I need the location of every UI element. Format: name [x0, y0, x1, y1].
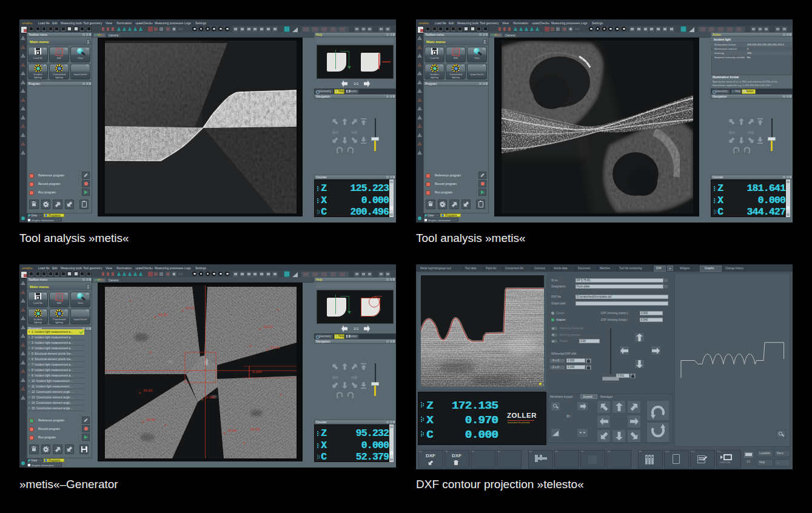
svg-text:43.01: 43.01 [270, 346, 280, 349]
svg-text:43.21: 43.21 [186, 306, 195, 310]
svg-text:43.10: 43.10 [263, 325, 273, 329]
svg-text:0.169: 0.169 [252, 370, 262, 374]
svg-text:43.08: 43.08 [227, 429, 237, 432]
svg-text:43.50: 43.50 [143, 389, 153, 392]
svg-text:43.03: 43.03 [250, 428, 260, 431]
svg-text:0.160: 0.160 [206, 395, 215, 399]
svg-text:43.30: 43.30 [158, 313, 168, 317]
svg-text:43.55: 43.55 [146, 418, 156, 421]
